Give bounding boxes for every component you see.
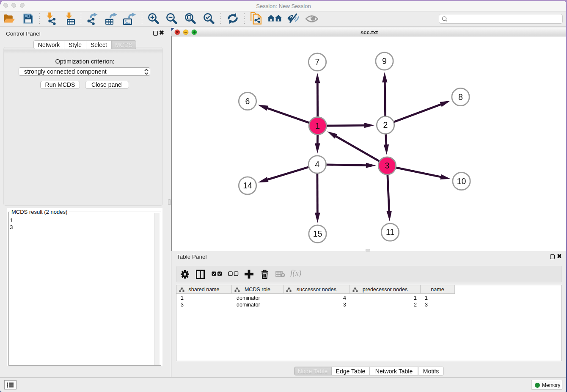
- svg-text:11: 11: [386, 227, 394, 237]
- svg-text:10: 10: [457, 177, 466, 186]
- svg-text:6: 6: [245, 97, 250, 106]
- svg-text:9: 9: [382, 56, 387, 66]
- svg-text:7: 7: [315, 57, 320, 66]
- svg-text:8: 8: [458, 92, 463, 102]
- svg-text:15: 15: [313, 229, 322, 238]
- svg-text:2: 2: [383, 120, 388, 130]
- svg-text:1: 1: [315, 121, 320, 130]
- svg-text:4: 4: [315, 160, 319, 169]
- svg-text:3: 3: [385, 161, 389, 170]
- svg-text:14: 14: [243, 181, 252, 190]
